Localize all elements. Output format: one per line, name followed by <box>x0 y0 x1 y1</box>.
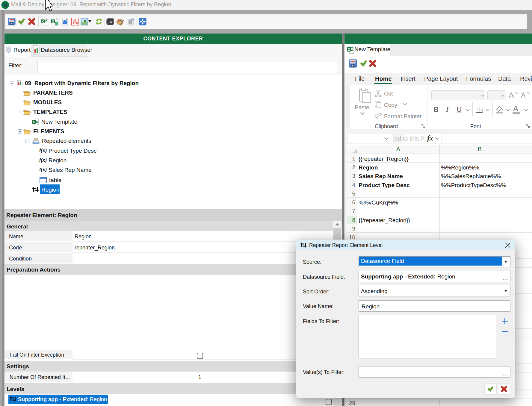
svg-text:X: X <box>52 20 54 23</box>
svg-text:X: X <box>33 120 35 124</box>
svg-text:(x): (x) <box>108 20 112 24</box>
svg-text:X: X <box>42 20 44 23</box>
svg-text:VB: VB <box>131 18 134 21</box>
svg-text:M: M <box>3 2 7 8</box>
svg-text:X: X <box>348 48 350 52</box>
